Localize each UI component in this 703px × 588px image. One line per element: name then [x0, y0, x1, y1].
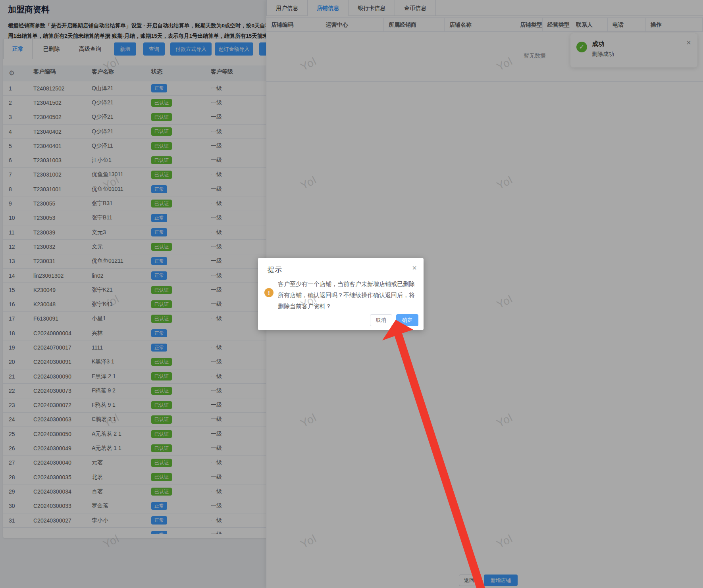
screen: 加盟商资料 根据经销商参数「是否开启账期店铺自动出结算单」设置 - 开启自动出结… [0, 0, 703, 588]
warning-icon: ! [264, 288, 273, 297]
dialog-close-icon[interactable]: × [412, 263, 417, 273]
dialog-message: 客户至少有一个店铺，当前客户未新增店铺或已删除所有店铺，确认返回吗？不继续操作确… [278, 279, 417, 312]
confirm-dialog: 提示 × ! 客户至少有一个店铺，当前客户未新增店铺或已删除所有店铺，确认返回吗… [258, 258, 424, 330]
confirm-button[interactable]: 确定 [396, 314, 418, 326]
cancel-button[interactable]: 取消 [370, 314, 392, 326]
dialog-title: 提示 [268, 265, 282, 275]
